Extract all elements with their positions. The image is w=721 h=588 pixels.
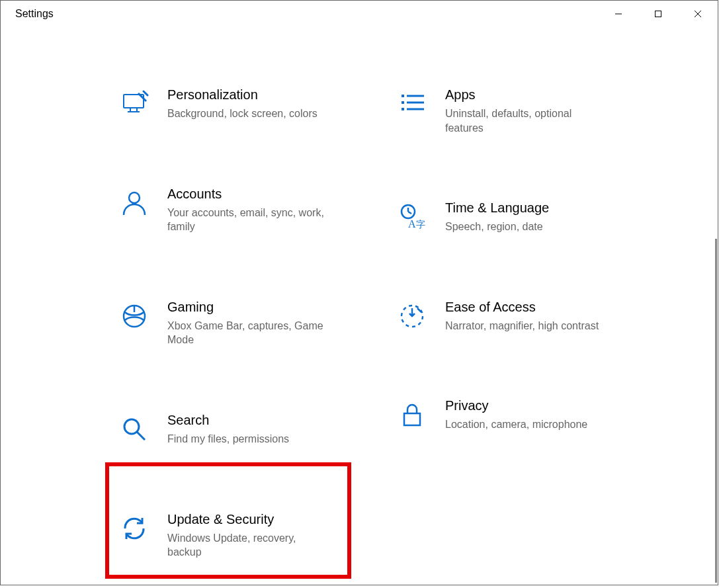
svg-point-10 xyxy=(129,192,140,203)
tile-accounts[interactable]: Accounts Your accounts, email, sync, wor… xyxy=(120,179,358,241)
tile-personalization[interactable]: Personalization Background, lock screen,… xyxy=(120,80,358,128)
personalization-icon xyxy=(120,89,149,118)
tile-ease-of-access[interactable]: Ease of Access Narrator, magnifier, high… xyxy=(398,292,636,340)
svg-line-14 xyxy=(137,432,145,440)
privacy-icon xyxy=(398,400,427,429)
tile-desc: Speech, region, date xyxy=(445,220,611,234)
svg-rect-17 xyxy=(402,108,404,110)
tile-desc: Uninstall, defaults, optional features xyxy=(445,106,611,135)
tile-label: Ease of Access xyxy=(445,299,636,315)
tile-desc: Background, lock screen, colors xyxy=(167,106,333,121)
minimize-button[interactable] xyxy=(599,1,638,27)
svg-text:字: 字 xyxy=(416,220,425,230)
gaming-icon xyxy=(120,302,149,331)
scrollbar[interactable] xyxy=(715,239,717,583)
tile-label: Time & Language xyxy=(445,200,636,216)
apps-icon xyxy=(398,89,427,118)
svg-rect-15 xyxy=(402,95,404,97)
svg-line-9 xyxy=(144,91,148,95)
tile-privacy[interactable]: Privacy Location, camera, microphone xyxy=(398,391,636,439)
ease-of-access-icon xyxy=(398,302,427,331)
minimize-icon xyxy=(615,10,622,18)
close-button[interactable] xyxy=(678,1,718,27)
tile-search[interactable]: Search Find my files, permissions xyxy=(120,405,358,453)
svg-line-2 xyxy=(695,11,701,17)
accounts-icon xyxy=(120,189,149,218)
svg-rect-1 xyxy=(656,11,661,17)
tile-desc: Find my files, permissions xyxy=(167,432,333,446)
tile-label: Accounts xyxy=(167,186,358,202)
settings-grid: Personalization Background, lock screen,… xyxy=(1,80,718,585)
tile-time-language[interactable]: A 字 Time & Language Speech, region, date xyxy=(398,193,636,241)
settings-window: Settings xyxy=(0,0,718,585)
tile-label: Gaming xyxy=(167,299,358,315)
tile-label: Update & Security xyxy=(167,511,358,527)
svg-line-3 xyxy=(695,11,701,17)
window-controls xyxy=(599,1,718,27)
window-title: Settings xyxy=(15,8,54,20)
tile-label: Search xyxy=(167,412,358,428)
tile-desc: Xbox Game Bar, captures, Game Mode xyxy=(167,319,333,347)
tile-desc: Your accounts, email, sync, work, family xyxy=(167,206,333,234)
maximize-icon xyxy=(654,10,662,18)
time-language-icon: A 字 xyxy=(398,202,427,231)
close-icon xyxy=(694,10,702,18)
svg-line-23 xyxy=(408,212,411,214)
update-security-icon xyxy=(120,514,149,543)
svg-rect-16 xyxy=(402,101,404,104)
tile-desc: Narrator, magnifier, high contrast xyxy=(445,319,611,333)
svg-point-13 xyxy=(124,419,139,434)
tile-update-security[interactable]: Update & Security Windows Update, recove… xyxy=(120,505,358,566)
svg-text:A: A xyxy=(408,218,416,230)
svg-rect-29 xyxy=(404,413,420,425)
tile-desc: Location, camera, microphone xyxy=(445,417,611,432)
search-icon xyxy=(120,415,149,444)
tile-desc: Windows Update, recovery, backup xyxy=(167,531,333,560)
tile-gaming[interactable]: Gaming Xbox Game Bar, captures, Game Mod… xyxy=(120,292,358,354)
tile-label: Apps xyxy=(445,87,636,103)
tile-apps[interactable]: Apps Uninstall, defaults, optional featu… xyxy=(398,80,636,142)
tile-label: Privacy xyxy=(445,398,636,413)
tile-label: Personalization xyxy=(167,87,358,103)
maximize-button[interactable] xyxy=(638,1,678,27)
titlebar: Settings xyxy=(1,1,718,27)
